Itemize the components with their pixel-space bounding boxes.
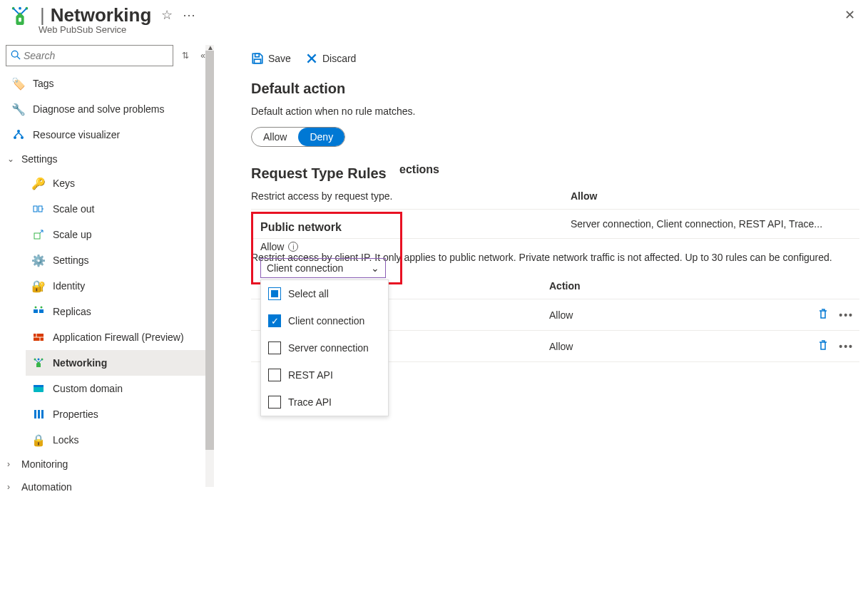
sidebar-item-firewall[interactable]: Application Firewall (Preview) — [26, 324, 208, 350]
dropdown-option-trace[interactable]: Trace API — [261, 389, 388, 416]
highlight-box: Public network Allow i Client connection… — [251, 212, 402, 284]
dropdown-option-label: Client connection — [288, 315, 364, 327]
svg-point-1 — [19, 7, 21, 10]
dropdown-option-label: Server connection — [288, 342, 369, 354]
chevron-right-icon: › — [7, 482, 19, 492]
public-network-heading: Public network — [260, 221, 393, 234]
sidebar-item-scale-up[interactable]: Scale up — [26, 222, 208, 247]
svg-rect-9 — [34, 206, 37, 212]
properties-icon — [31, 407, 46, 421]
dropdown-option-label: REST API — [288, 369, 333, 381]
svg-point-7 — [14, 136, 16, 139]
favorite-star-icon[interactable]: ☆ — [161, 7, 173, 23]
sidebar-item-tags[interactable]: 🏷️ Tags — [6, 71, 208, 96]
checkbox-icon — [268, 396, 281, 409]
dropdown-option-label: Select all — [288, 288, 329, 299]
dropdown-option-rest[interactable]: REST API — [261, 361, 388, 389]
svg-point-21 — [38, 359, 40, 361]
svg-rect-27 — [41, 410, 44, 418]
discard-button[interactable]: Discard — [305, 52, 356, 65]
delete-icon[interactable] — [817, 339, 829, 353]
info-icon[interactable]: i — [288, 242, 298, 252]
dropdown-option-server[interactable]: Server connection — [261, 334, 388, 361]
sidebar-item-replicas[interactable]: Replicas — [26, 299, 208, 324]
svg-rect-24 — [34, 385, 44, 387]
scrollbar-thumb[interactable] — [205, 51, 214, 450]
more-icon[interactable]: ⋯ — [183, 7, 195, 23]
svg-rect-12 — [34, 309, 38, 313]
request-type-dropdown[interactable]: Client connection ⌄ — [260, 258, 386, 278]
sidebar-item-label: Application Firewall (Preview) — [53, 332, 184, 343]
scale-up-icon — [31, 227, 46, 242]
sidebar-item-scale-out[interactable]: Scale out — [26, 196, 208, 222]
sidebar-group-label: Settings — [21, 153, 58, 165]
default-action-toggle: Allow Deny — [251, 127, 345, 147]
sidebar-item-networking[interactable]: Networking — [26, 350, 208, 376]
chevron-down-icon: ⌄ — [371, 262, 379, 274]
sidebar-item-custom-domain[interactable]: Custom domain — [26, 376, 208, 401]
checkbox-checked-icon: ✓ — [268, 314, 281, 327]
sidebar-group-label: Monitoring — [21, 458, 68, 470]
firewall-icon — [31, 330, 46, 344]
discard-button-label: Discard — [322, 53, 356, 64]
svg-point-15 — [41, 307, 43, 309]
sidebar-item-settings[interactable]: ⚙️ Settings — [26, 247, 208, 273]
svg-rect-11 — [34, 233, 40, 239]
default-action-heading: Default action — [251, 81, 859, 97]
domain-icon — [31, 381, 46, 396]
search-icon — [11, 50, 21, 62]
close-icon[interactable]: ✕ — [840, 3, 859, 27]
toggle-allow[interactable]: Allow — [252, 128, 298, 146]
checkbox-icon — [268, 369, 281, 381]
scale-out-icon — [31, 202, 46, 216]
dropdown-option-label: Trace API — [288, 396, 332, 408]
search-input-wrapper[interactable] — [6, 45, 173, 66]
allow-label: Allow — [260, 241, 284, 252]
search-input[interactable] — [24, 50, 168, 61]
main-content: Save Discard Default action Default acti… — [214, 45, 868, 601]
title-divider: | — [40, 4, 45, 26]
sidebar-item-label: Settings — [53, 255, 89, 266]
save-button-label: Save — [268, 53, 291, 64]
expand-collapse-icon[interactable]: ⇅ — [179, 48, 192, 63]
sidebar-group-monitoring[interactable]: › Monitoring — [6, 453, 208, 476]
sidebar-item-visualizer[interactable]: Resource visualizer — [6, 122, 208, 148]
cell-action: Allow — [543, 331, 795, 362]
sidebar-item-label: Tags — [33, 78, 54, 89]
sidebar-group-automation[interactable]: › Automation — [6, 476, 208, 498]
sidebar-item-properties[interactable]: Properties — [26, 401, 208, 427]
page-title: Networking — [51, 4, 152, 26]
dropdown-option-select-all[interactable]: Select all — [261, 280, 388, 307]
toggle-deny[interactable]: Deny — [298, 128, 344, 146]
svg-point-4 — [11, 51, 18, 57]
sidebar-item-label: Keys — [53, 178, 75, 189]
row-more-icon[interactable]: ••• — [839, 309, 854, 321]
wrench-icon: 🔧 — [11, 102, 26, 116]
svg-point-14 — [35, 307, 37, 309]
row-more-icon[interactable]: ••• — [839, 341, 854, 352]
gear-icon: ⚙️ — [31, 253, 46, 267]
delete-icon[interactable] — [817, 308, 829, 322]
key-icon: 🔑 — [31, 176, 46, 190]
dropdown-option-client[interactable]: ✓ Client connection — [261, 307, 388, 334]
svg-rect-26 — [38, 410, 40, 418]
svg-point-8 — [21, 136, 24, 139]
svg-rect-10 — [39, 206, 42, 212]
sidebar-item-label: Diagnose and solve problems — [33, 103, 164, 115]
save-button[interactable]: Save — [251, 52, 291, 65]
sidebar-item-keys[interactable]: 🔑 Keys — [26, 170, 208, 196]
svg-rect-29 — [255, 59, 261, 63]
sidebar-item-label: Resource visualizer — [33, 129, 120, 140]
sidebar-group-settings[interactable]: ⌄ Settings — [6, 148, 208, 170]
sidebar-item-label: Scale up — [53, 229, 91, 240]
checkbox-indeterminate-icon — [268, 287, 281, 300]
cell-allow-types: Server connection, Client connection, RE… — [565, 210, 859, 239]
sidebar-item-locks[interactable]: 🔒 Locks — [26, 427, 208, 453]
networking-icon — [31, 356, 46, 370]
sidebar-item-diagnose[interactable]: 🔧 Diagnose and solve problems — [6, 96, 208, 122]
sidebar-item-identity[interactable]: 🔐 Identity — [26, 273, 208, 299]
dropdown-panel: Select all ✓ Client connection Server co… — [260, 279, 389, 416]
svg-line-5 — [17, 56, 20, 59]
chevron-right-icon: › — [7, 459, 19, 469]
col-action: Action — [543, 273, 795, 299]
